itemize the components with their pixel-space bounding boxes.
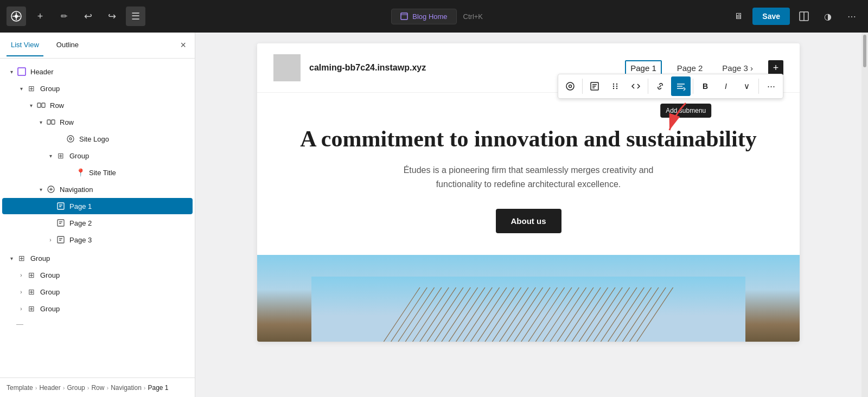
tree-list: ▾ Header ▾ ⊞ Group ▾ Row xyxy=(0,59,195,377)
chevron-icon: › xyxy=(16,287,26,297)
nav-item-page3[interactable]: Page 3 › xyxy=(718,61,757,75)
breadcrumb-page1[interactable]: Page 1 xyxy=(148,384,169,392)
breadcrumb-template[interactable]: Template xyxy=(7,384,33,392)
svg-point-22 xyxy=(613,88,614,89)
tree-item-page2[interactable]: ▾ Page 2 xyxy=(2,215,193,231)
header-icon xyxy=(16,66,27,77)
breadcrumb-sep1: › xyxy=(35,385,37,391)
outline-tab[interactable]: Outline xyxy=(52,34,83,56)
block-tool-code[interactable] xyxy=(626,76,646,96)
svg-point-1 xyxy=(15,15,18,18)
svg-rect-14 xyxy=(58,236,64,243)
group6-icon: ⊞ xyxy=(26,303,37,314)
block-tool-content[interactable] xyxy=(585,76,604,96)
about-us-button[interactable]: About us xyxy=(496,209,561,233)
block-tool-italic[interactable]: I xyxy=(716,76,736,96)
tree-item-page1[interactable]: ▾ Page 1 xyxy=(2,198,193,214)
hero-section: A commitment to innovation and sustainab… xyxy=(257,93,800,255)
block-tool-options[interactable]: ⋯ xyxy=(761,76,781,96)
tree-item-row2[interactable]: ▾ Row xyxy=(2,114,193,130)
block-tool-more-inline[interactable]: ∨ xyxy=(737,76,756,96)
edit-button[interactable]: ✏ xyxy=(54,7,74,26)
tree-item-group2[interactable]: ▾ ⊞ Group xyxy=(2,148,193,164)
tree-item-header[interactable]: ▾ Header xyxy=(2,63,193,80)
site-domain: calming-bb7c24.instawp.xyz xyxy=(309,63,616,73)
group-icon: ⊞ xyxy=(26,83,37,94)
svg-point-15 xyxy=(566,82,574,90)
svg-point-16 xyxy=(569,85,572,88)
svg-rect-2 xyxy=(401,13,407,20)
svg-rect-4 xyxy=(18,68,25,75)
toolbar-separator xyxy=(582,79,583,94)
tree-label-page3: Page 3 xyxy=(69,236,188,244)
block-tool-link[interactable] xyxy=(650,76,670,96)
tree-item-group1[interactable]: ▾ ⊞ Group xyxy=(2,80,193,97)
wp-logo-icon[interactable] xyxy=(7,7,26,26)
svg-point-10 xyxy=(69,138,72,140)
chevron-icon: ▾ xyxy=(36,184,46,194)
tree-label-row2: Row xyxy=(60,118,188,126)
tree-label-page2: Page 2 xyxy=(69,219,188,227)
block-tool-bold[interactable]: B xyxy=(695,76,715,96)
scroll-thumb[interactable] xyxy=(863,35,866,67)
breadcrumb-header[interactable]: Header xyxy=(39,384,60,392)
redo-button[interactable]: ↪ xyxy=(102,7,122,26)
save-button[interactable]: Save xyxy=(752,8,790,25)
add-block-button[interactable]: + xyxy=(30,7,50,26)
group5-icon: ⊞ xyxy=(26,286,37,297)
tree-label-page1: Page 1 xyxy=(69,202,188,210)
tree-label-group6: Group xyxy=(40,305,188,313)
panel-tabs: List View Outline × xyxy=(0,33,195,59)
chevron-icon: ▾ xyxy=(7,253,16,263)
contrast-button[interactable]: ◑ xyxy=(818,7,838,26)
list-view-button[interactable]: ☰ xyxy=(126,7,145,26)
hero-subtitle: Études is a pioneering firm that seamles… xyxy=(382,163,675,191)
breadcrumb-navigation[interactable]: Navigation xyxy=(111,384,142,392)
tree-item-group3[interactable]: ▾ ⊞ Group xyxy=(2,250,193,266)
toolbar-separator4 xyxy=(758,79,759,94)
svg-point-21 xyxy=(616,86,617,87)
tree-item-group6[interactable]: › ⊞ Group xyxy=(2,300,193,317)
chevron-icon: › xyxy=(46,235,55,245)
svg-rect-13 xyxy=(58,220,64,226)
tree-item-row1[interactable]: ▾ Row xyxy=(2,97,193,113)
tree-item-navigation[interactable]: ▾ Navigation xyxy=(2,181,193,197)
block-tool-settings[interactable] xyxy=(560,76,580,96)
undo-button[interactable]: ↩ xyxy=(78,7,98,26)
tree-label-group2: Group xyxy=(69,152,188,160)
group4-icon: ⊞ xyxy=(26,270,37,280)
svg-point-18 xyxy=(613,84,614,85)
scrollbar[interactable] xyxy=(861,33,868,397)
more-options-button[interactable]: ⋯ xyxy=(842,7,861,26)
svg-rect-5 xyxy=(37,103,41,107)
svg-rect-6 xyxy=(42,103,45,107)
block-tool-drag[interactable] xyxy=(605,76,625,96)
tree-label-navigation: Navigation xyxy=(60,185,188,194)
tree-item-dash: — xyxy=(2,317,193,331)
tree-item-group4[interactable]: › ⊞ Group xyxy=(2,267,193,283)
breadcrumb-sep4: › xyxy=(106,385,108,391)
desktop-view-button[interactable]: 🖥 xyxy=(729,7,748,26)
building-image xyxy=(257,255,800,342)
breadcrumb-row[interactable]: Row xyxy=(91,384,104,392)
blog-home-button[interactable]: Blog Home xyxy=(391,9,456,24)
nav-item-page2[interactable]: Page 2 xyxy=(673,61,707,75)
page2-icon xyxy=(55,217,66,228)
svg-point-20 xyxy=(613,86,614,87)
page3-icon xyxy=(55,234,66,245)
breadcrumb-group[interactable]: Group xyxy=(67,384,85,392)
list-view-tab[interactable]: List View xyxy=(7,34,43,56)
chevron-icon: ▾ xyxy=(16,84,26,93)
tree-item-site-title[interactable]: ▾ 📍 Site Title xyxy=(2,164,193,181)
main-layout: List View Outline × ▾ Header ▾ ⊞ Group ▾ xyxy=(0,33,868,397)
tree-item-page3[interactable]: › Page 3 xyxy=(2,232,193,248)
nav-add-button[interactable]: + xyxy=(768,60,783,75)
block-tool-submenu[interactable] xyxy=(671,76,691,96)
left-panel: List View Outline × ▾ Header ▾ ⊞ Group ▾ xyxy=(0,33,195,397)
chevron-icon: ▾ xyxy=(26,100,36,110)
tree-item-site-logo[interactable]: ▾ Site Logo xyxy=(2,131,193,147)
chevron-icon: › xyxy=(16,270,26,280)
panel-close-button[interactable]: × xyxy=(178,37,188,53)
split-view-button[interactable] xyxy=(794,7,814,26)
tree-item-group5[interactable]: › ⊞ Group xyxy=(2,284,193,300)
